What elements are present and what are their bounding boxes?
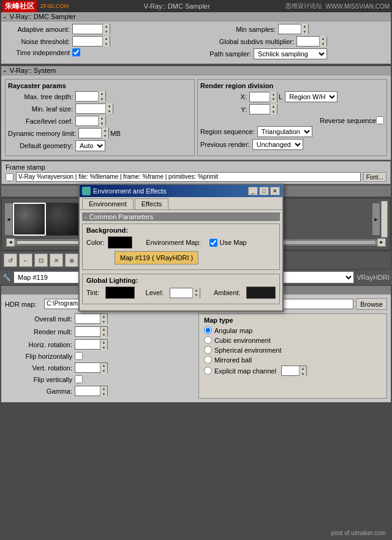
- vert-rotation-arrows[interactable]: ▲ ▼: [100, 363, 107, 373]
- channel-up[interactable]: ▲: [300, 366, 306, 372]
- gamma-input[interactable]: 1,0: [75, 386, 100, 396]
- common-params-minus[interactable]: -: [85, 213, 87, 220]
- global-subdivs-down[interactable]: ▼: [320, 42, 326, 47]
- channel-down[interactable]: ▼: [300, 372, 306, 377]
- sphere-1[interactable]: [13, 203, 46, 236]
- gamma-up[interactable]: ▲: [100, 386, 107, 392]
- tint-swatch[interactable]: [105, 287, 135, 299]
- channel-input[interactable]: 1: [282, 366, 299, 375]
- gamma-down[interactable]: ▼: [100, 392, 107, 397]
- region-y-arrows[interactable]: ▲ ▼: [270, 104, 277, 114]
- map-button[interactable]: Map #119 ( VRayHDRI ): [115, 251, 198, 264]
- use-map-checkbox[interactable]: [209, 239, 217, 247]
- tool-delete[interactable]: ✕: [50, 253, 63, 267]
- scroll-right-btn[interactable]: ►: [377, 238, 386, 247]
- adaptive-amount-spinbox[interactable]: 0,85 ▲ ▼: [72, 24, 110, 34]
- dynamic-memory-spinbox[interactable]: 400 ▲ ▼: [78, 128, 109, 138]
- frame-stamp-checkbox[interactable]: [6, 173, 13, 181]
- system-collapse-btn[interactable]: -: [4, 67, 6, 74]
- gamma-arrows[interactable]: ▲ ▼: [100, 386, 107, 397]
- adaptive-amount-input[interactable]: 0,85: [73, 24, 102, 34]
- tool-grid[interactable]: ⊡: [34, 253, 48, 267]
- overall-mult-down[interactable]: ▼: [100, 320, 107, 325]
- vert-rotation-input[interactable]: 0,0: [75, 363, 100, 372]
- max-tree-depth-input[interactable]: 64: [76, 92, 98, 101]
- render-mult-down[interactable]: ▼: [100, 332, 107, 338]
- vert-rotation-down[interactable]: ▼: [100, 369, 107, 374]
- tool-back[interactable]: ←: [19, 253, 32, 267]
- noise-threshold-down[interactable]: ▼: [103, 42, 110, 47]
- render-mult-arrows[interactable]: ▲ ▼: [100, 327, 107, 337]
- min-samples-down[interactable]: ▼: [301, 29, 308, 35]
- level-spinbox[interactable]: 1,0 ▲ ▼: [170, 288, 200, 298]
- region-x-input[interactable]: 32: [250, 92, 270, 102]
- flip-vertical-checkbox[interactable]: [75, 375, 83, 383]
- min-samples-spinbox[interactable]: 8 ▲ ▼: [278, 24, 309, 34]
- level-up[interactable]: ▲: [193, 288, 200, 293]
- region-x-down[interactable]: ▼: [270, 97, 277, 102]
- default-geometry-select[interactable]: Auto: [75, 140, 105, 151]
- region-y-spinbox[interactable]: 32 ▲ ▼: [249, 104, 277, 114]
- horiz-rotation-input[interactable]: 0,0: [75, 340, 100, 349]
- color-swatch[interactable]: [108, 236, 132, 249]
- min-leaf-size-input[interactable]: 0,0cm: [76, 104, 105, 113]
- vert-rotation-up[interactable]: ▲: [100, 363, 107, 369]
- channel-arrows[interactable]: ▲ ▼: [299, 366, 306, 377]
- max-tree-depth-down[interactable]: ▼: [99, 97, 105, 102]
- min-leaf-size-spinbox[interactable]: 0,0cm ▲ ▼: [75, 103, 113, 114]
- time-independent-checkbox[interactable]: [72, 48, 80, 56]
- horiz-rotation-spinbox[interactable]: 0,0 ▲ ▼: [75, 339, 108, 350]
- level-down[interactable]: ▼: [193, 293, 200, 298]
- dynamic-memory-up[interactable]: ▲: [102, 128, 108, 133]
- vert-rotation-spinbox[interactable]: 0,0 ▲ ▼: [75, 362, 108, 373]
- adaptive-amount-down[interactable]: ▼: [103, 29, 110, 35]
- angular-map-radio[interactable]: [204, 326, 212, 334]
- v-scrollbar-thumb[interactable]: [381, 201, 388, 238]
- level-input[interactable]: 1,0: [170, 288, 192, 298]
- sphere-scroll-left[interactable]: ◄: [4, 203, 13, 236]
- region-x-arrows[interactable]: ▲ ▼: [270, 92, 277, 102]
- region-sequence-select[interactable]: Triangulation: [257, 126, 312, 137]
- sphere-2[interactable]: [46, 203, 79, 236]
- previous-render-select[interactable]: Unchanged: [252, 139, 303, 150]
- mirrored-ball-radio[interactable]: [204, 356, 212, 364]
- region-x-up[interactable]: ▲: [270, 92, 277, 97]
- global-subdivs-arrows[interactable]: ▲ ▼: [319, 36, 326, 47]
- max-tree-depth-arrows[interactable]: ▲ ▼: [98, 91, 105, 102]
- adaptive-amount-arrows[interactable]: ▲ ▼: [102, 24, 110, 34]
- maximize-button[interactable]: □: [259, 187, 269, 195]
- spherical-env-radio[interactable]: [204, 346, 212, 354]
- ambient-swatch[interactable]: [246, 287, 276, 299]
- level-arrows[interactable]: ▲ ▼: [192, 288, 200, 298]
- min-samples-up[interactable]: ▲: [301, 24, 308, 29]
- browse-button[interactable]: Browse: [356, 298, 387, 310]
- global-subdivs-spinbox[interactable]: 1,0 ▲ ▼: [296, 36, 327, 47]
- min-leaf-size-up[interactable]: ▲: [106, 103, 113, 109]
- face-level-input[interactable]: 1,0: [76, 116, 98, 126]
- sphere-scroll-right[interactable]: ►: [372, 203, 380, 236]
- flip-horizontal-checkbox[interactable]: [75, 352, 83, 360]
- face-level-down[interactable]: ▼: [99, 121, 105, 127]
- overall-mult-arrows[interactable]: ▲ ▼: [100, 314, 107, 324]
- render-mult-up[interactable]: ▲: [100, 327, 107, 332]
- min-leaf-size-down[interactable]: ▼: [106, 109, 113, 114]
- close-button[interactable]: ✕: [270, 187, 280, 195]
- gamma-spinbox[interactable]: 1,0 ▲ ▼: [75, 386, 108, 396]
- region-x-spinbox[interactable]: 32 ▲ ▼: [249, 92, 277, 102]
- overall-mult-up[interactable]: ▲: [100, 314, 107, 320]
- region-wh-select[interactable]: Region W/H: [285, 91, 337, 102]
- reverse-sequence-checkbox[interactable]: [376, 116, 384, 124]
- tab-effects[interactable]: Effects: [135, 198, 168, 209]
- face-level-spinbox[interactable]: 1,0 ▲ ▼: [75, 116, 106, 126]
- overall-mult-input[interactable]: 1,0: [75, 314, 100, 323]
- adaptive-amount-up[interactable]: ▲: [103, 24, 110, 29]
- face-level-up[interactable]: ▲: [99, 116, 105, 121]
- face-level-arrows[interactable]: ▲ ▼: [98, 116, 105, 126]
- dynamic-memory-arrows[interactable]: ▲ ▼: [101, 128, 108, 138]
- min-leaf-size-arrows[interactable]: ▲ ▼: [105, 103, 113, 114]
- min-samples-input[interactable]: 8: [279, 24, 301, 34]
- horiz-rotation-down[interactable]: ▼: [100, 345, 107, 351]
- noise-threshold-spinbox[interactable]: 0,01 ▲ ▼: [72, 36, 110, 47]
- horiz-rotation-arrows[interactable]: ▲ ▼: [100, 340, 107, 350]
- global-subdivs-up[interactable]: ▲: [320, 36, 326, 42]
